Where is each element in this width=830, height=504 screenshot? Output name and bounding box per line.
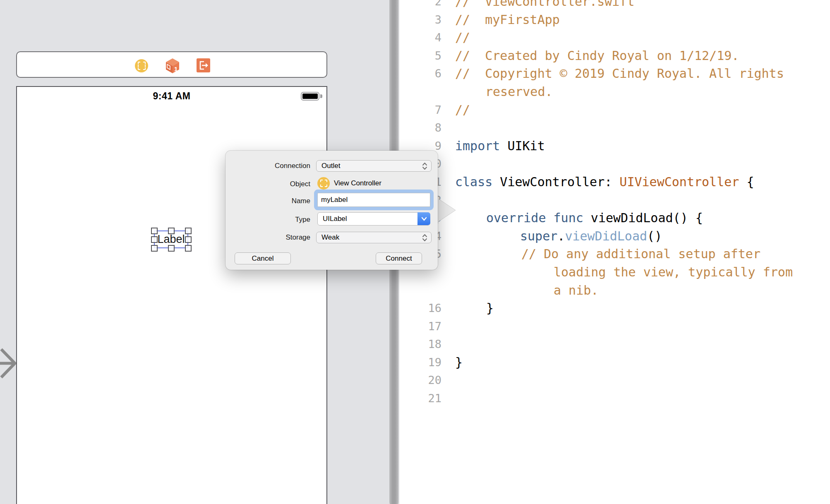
svg-text:1: 1 — [174, 65, 178, 72]
line-number: 6 — [399, 65, 441, 83]
selection-handle[interactable] — [151, 236, 158, 243]
name-input[interactable] — [317, 193, 430, 207]
selection-handle[interactable] — [168, 245, 175, 252]
view-controller-scene[interactable] — [16, 86, 327, 504]
code-line: // Do any additional setup after — [455, 245, 828, 263]
storage-value: Weak — [321, 233, 339, 241]
type-dropdown-button[interactable] — [417, 212, 430, 225]
code-line: } — [455, 353, 828, 372]
line-number: 4 — [399, 29, 441, 47]
line-number: 5 — [399, 47, 441, 65]
line-number — [399, 83, 441, 101]
view-controller-icon[interactable] — [135, 59, 148, 72]
code-line: // — [455, 101, 828, 119]
code-line — [455, 389, 828, 408]
code-line: } — [455, 299, 828, 317]
selection-handle[interactable] — [151, 228, 158, 234]
code-line: loading the view, typically from — [455, 263, 828, 281]
type-value: UILabel — [323, 215, 347, 223]
type-combo-box[interactable]: UILabel — [317, 212, 430, 226]
code-line — [455, 317, 828, 336]
connection-popup-button[interactable]: Outlet — [316, 160, 432, 172]
code-line: // Copyright © 2019 Cindy Royal. All rig… — [455, 65, 828, 83]
stepper-chevrons-icon — [422, 162, 428, 170]
connection-value: Outlet — [321, 162, 340, 170]
first-responder-cube-icon[interactable]: 1 — [165, 58, 180, 74]
source-code[interactable]: // ViewController.swift// myFirstApp////… — [455, 0, 828, 408]
code-line: import UIKit — [455, 137, 828, 155]
storage-label: Storage — [233, 233, 310, 242]
code-line: a nib. — [455, 281, 828, 300]
line-number: 16 — [399, 299, 441, 317]
object-view-controller-icon — [317, 177, 330, 190]
selection-handle[interactable] — [185, 236, 192, 243]
code-line: // ViewController.swift — [455, 0, 828, 11]
line-number: 3 — [399, 11, 441, 29]
storyboard-entry-arrow-icon — [0, 348, 17, 379]
name-label: Name — [233, 197, 310, 205]
code-line — [455, 371, 828, 389]
line-number: 2 — [399, 0, 441, 11]
connect-button[interactable]: Connect — [376, 252, 422, 264]
selection-handle[interactable] — [151, 245, 158, 252]
code-line: // — [455, 29, 828, 47]
object-label: Object — [233, 180, 310, 188]
xcode-window: 1 9:41 AM Label 234567891011121314151617… — [0, 0, 830, 504]
cancel-button[interactable]: Cancel — [235, 252, 291, 264]
line-number: 20 — [399, 371, 441, 389]
code-line — [455, 335, 828, 353]
name-field-focus-ring — [314, 190, 434, 210]
connection-label: Connection — [233, 162, 310, 170]
code-line — [455, 155, 828, 173]
code-line: class ViewController: UIViewController { — [455, 173, 828, 191]
line-number: 17 — [399, 317, 441, 336]
selection-handle[interactable] — [168, 228, 175, 234]
line-number: 8 — [399, 119, 441, 137]
selection-handle[interactable] — [185, 228, 192, 234]
chevron-down-icon — [421, 216, 427, 221]
line-number: 21 — [399, 389, 441, 408]
type-label: Type — [233, 216, 310, 224]
line-number: 7 — [399, 101, 441, 119]
code-line: // myFirstApp — [455, 11, 828, 29]
battery-icon-tip — [320, 94, 322, 98]
line-number — [399, 281, 441, 300]
code-line — [455, 191, 828, 209]
stepper-chevrons-icon — [422, 233, 428, 242]
code-line: // Created by Cindy Royal on 1/12/19. — [455, 47, 828, 65]
line-number: 19 — [399, 353, 441, 372]
popover-arrow — [437, 194, 458, 227]
status-bar-time: 9:41 AM — [16, 91, 327, 102]
line-number: 18 — [399, 335, 441, 353]
battery-icon — [301, 92, 319, 101]
code-line: override func viewDidLoad() { — [455, 209, 828, 227]
code-line — [455, 119, 828, 137]
code-line: reserved. — [455, 83, 828, 101]
exit-segue-icon[interactable] — [197, 58, 210, 72]
view-controller-dash-square — [138, 62, 146, 70]
connection-popover: Connection Outlet Object View Controller… — [225, 151, 438, 270]
selection-handle[interactable] — [185, 245, 192, 252]
storage-popup-button[interactable]: Weak — [316, 232, 432, 243]
code-line: super.viewDidLoad() — [455, 227, 828, 245]
object-value: View Controller — [334, 179, 381, 187]
